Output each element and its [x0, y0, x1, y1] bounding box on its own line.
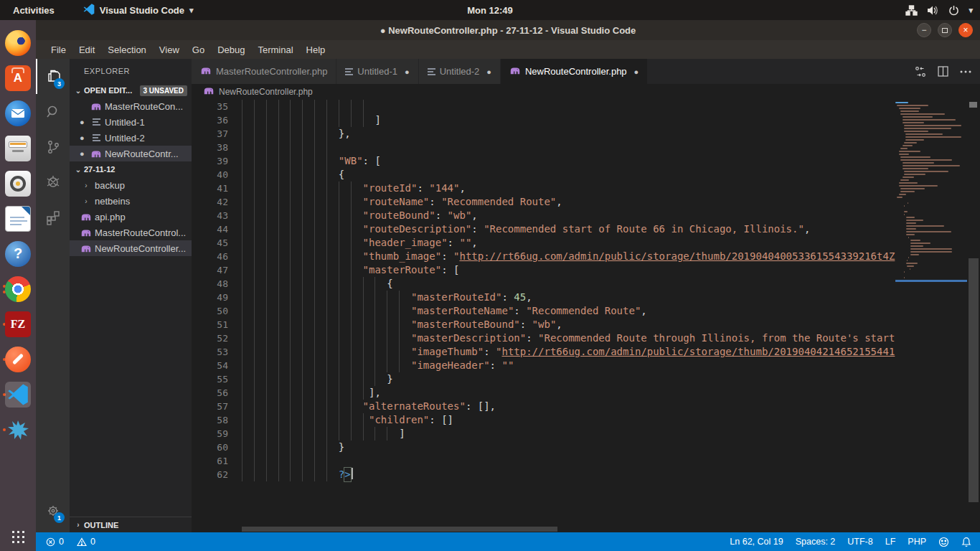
debug-icon[interactable]	[36, 164, 70, 199]
menu-go[interactable]: Go	[186, 44, 211, 55]
minimize-button[interactable]: −	[917, 23, 931, 37]
open-editor-item[interactable]: ●Untitled-2	[70, 130, 192, 146]
power-icon[interactable]	[948, 5, 959, 16]
dirty-dot-icon[interactable]: ●	[486, 67, 491, 76]
tab-untitled-2[interactable]: Untitled-2●	[419, 59, 500, 84]
activities-button[interactable]: Activities	[13, 5, 55, 16]
dock-ubuntu-software-icon[interactable]: A	[1, 60, 34, 95]
code-line-51[interactable]: 51 "masterRouteBound": "wb",	[192, 318, 895, 331]
dock-thunderbird-icon[interactable]	[1, 95, 34, 131]
settings-gear-icon[interactable]: 1	[36, 493, 70, 528]
menu-edit[interactable]: Edit	[72, 44, 101, 55]
split-editor-icon[interactable]	[938, 66, 948, 77]
bell-icon[interactable]	[961, 537, 971, 547]
menu-debug[interactable]: Debug	[211, 44, 251, 55]
tree-item-masterroutecontrol-[interactable]: MasterRouteControl...	[70, 225, 192, 240]
tree-item-api-php[interactable]: api.php	[70, 209, 192, 225]
dock-help-icon[interactable]: ?	[1, 236, 34, 271]
code-line-35[interactable]: 35	[192, 100, 895, 113]
app-indicator[interactable]: Visual Studio Code ▾	[83, 4, 194, 17]
status-ln[interactable]: Ln 62, Col 19	[730, 537, 783, 547]
dock-paint-splat-app-icon[interactable]	[1, 412, 34, 447]
open-editors-header[interactable]: ⌄ OPEN EDIT... 3 UNSAVED	[70, 83, 192, 98]
status-utf-8[interactable]: UTF-8	[847, 537, 872, 547]
problems-indicator[interactable]: 0 0	[46, 537, 95, 547]
volume-icon[interactable]	[927, 5, 939, 16]
window-title-bar[interactable]: ● NewRouteController.php - 27-11-12 - Vi…	[36, 20, 980, 40]
show-applications-icon[interactable]	[11, 529, 25, 544]
menu-view[interactable]: View	[153, 44, 186, 55]
close-button[interactable]: ×	[958, 23, 973, 37]
folder-header[interactable]: ⌄ 27-11-12	[70, 161, 192, 177]
code-line-44[interactable]: 44 "routeDescription": "Recommended star…	[192, 222, 895, 236]
code-line-42[interactable]: 42 "routeName": "Recommended Route",	[192, 195, 895, 209]
maximize-button[interactable]	[938, 23, 952, 37]
dock-files-icon[interactable]	[1, 131, 34, 166]
dock-vscode-icon[interactable]	[1, 377, 34, 412]
code-line-60[interactable]: 60 }	[192, 441, 895, 454]
code-line-59[interactable]: 59 ]	[192, 427, 895, 441]
tab-untitled-1[interactable]: Untitled-1●	[336, 59, 418, 84]
menu-help[interactable]: Help	[300, 44, 332, 55]
tab-newroutecontroller.php[interactable]: NewRouteController.php●	[501, 59, 647, 84]
system-menu-caret-icon[interactable]: ▾	[969, 6, 973, 15]
explorer-icon[interactable]: 3	[36, 59, 70, 94]
code-line-47[interactable]: 47 "masterRoute": [	[192, 263, 895, 277]
outline-header[interactable]: › OUTLINE	[70, 517, 192, 532]
breadcrumb[interactable]: NewRouteController.php	[192, 84, 980, 99]
code-line-39[interactable]: 39 "WB": [	[192, 154, 895, 168]
editor[interactable]: 35 36 ]37 },38 39 "WB": [40 {41 "routeId…	[192, 99, 980, 532]
source-control-icon[interactable]	[36, 129, 70, 164]
code-line-45[interactable]: 45 "header_image": "",	[192, 236, 895, 250]
code-line-40[interactable]: 40 {	[192, 168, 895, 182]
code-line-36[interactable]: 36 ]	[192, 113, 895, 127]
code-line-53[interactable]: 53 "imageThumb": "http://rt66ug.com/admi…	[192, 345, 895, 359]
menu-file[interactable]: File	[44, 44, 72, 55]
tree-item-backup[interactable]: ›backup	[70, 177, 192, 193]
code-line-54[interactable]: 54 "imageHeader": ""	[192, 359, 895, 372]
search-icon[interactable]	[36, 94, 70, 129]
code-line-55[interactable]: 55 }	[192, 372, 895, 386]
dock-firefox-icon[interactable]	[1, 25, 34, 60]
code-line-62[interactable]: 62 ?>	[192, 468, 895, 481]
open-editor-item[interactable]: ●NewRouteContr...	[70, 146, 192, 161]
status-php[interactable]: PHP	[908, 537, 926, 547]
dock-libreoffice-writer-icon[interactable]	[1, 201, 34, 236]
open-editor-item[interactable]: ●Untitled-1	[70, 114, 192, 130]
dock-chrome-icon[interactable]	[1, 271, 34, 306]
dirty-dot-icon[interactable]: ●	[405, 67, 410, 76]
dock-filezilla-icon[interactable]: FZ	[1, 306, 34, 342]
extensions-icon[interactable]	[36, 199, 70, 235]
code-line-37[interactable]: 37 },	[192, 127, 895, 141]
vertical-scrollbar-thumb[interactable]	[969, 258, 979, 502]
minimap[interactable]	[895, 99, 967, 532]
code-line-61[interactable]: 61	[192, 454, 895, 468]
vertical-scrollbar[interactable]	[967, 99, 980, 532]
network-icon[interactable]	[905, 5, 918, 16]
code-area[interactable]: 35 36 ]37 },38 39 "WB": [40 {41 "routeId…	[192, 99, 895, 532]
code-line-58[interactable]: 58 "children": []	[192, 413, 895, 427]
dock-rhythmbox-icon[interactable]	[1, 166, 34, 201]
menu-terminal[interactable]: Terminal	[251, 44, 299, 55]
menu-selection[interactable]: Selection	[101, 44, 152, 55]
tree-item-newroutecontroller-[interactable]: NewRouteController...	[70, 240, 192, 256]
tab-masterroutecontroller.php[interactable]: MasterRouteController.php	[192, 59, 336, 84]
horizontal-scrollbar-thumb[interactable]	[242, 527, 557, 532]
code-line-57[interactable]: 57 "alternateRoutes": [],	[192, 400, 895, 413]
code-line-41[interactable]: 41 "routeId": "144",	[192, 182, 895, 195]
compare-changes-icon[interactable]	[915, 66, 926, 77]
open-editor-item[interactable]: MasterRouteCon...	[70, 98, 192, 114]
status-spaces[interactable]: Spaces: 2	[796, 537, 836, 547]
dirty-dot-icon[interactable]: ●	[634, 67, 639, 76]
dock-postman-icon[interactable]	[1, 342, 34, 377]
status-lf[interactable]: LF	[885, 537, 896, 547]
code-line-43[interactable]: 43 "routeBound": "wb",	[192, 209, 895, 222]
more-actions-icon[interactable]	[960, 70, 971, 73]
code-line-56[interactable]: 56 ],	[192, 386, 895, 400]
tree-item-netbeins[interactable]: ›netbeins	[70, 193, 192, 209]
code-line-49[interactable]: 49 "masterRouteId": 45,	[192, 291, 895, 304]
feedback-smiley-icon[interactable]	[938, 537, 949, 547]
code-line-46[interactable]: 46 "thumb_image": "http://rt66ug.com/adm…	[192, 250, 895, 263]
code-line-50[interactable]: 50 "masterRouteName": "Recommended Route…	[192, 304, 895, 318]
code-line-38[interactable]: 38	[192, 141, 895, 154]
